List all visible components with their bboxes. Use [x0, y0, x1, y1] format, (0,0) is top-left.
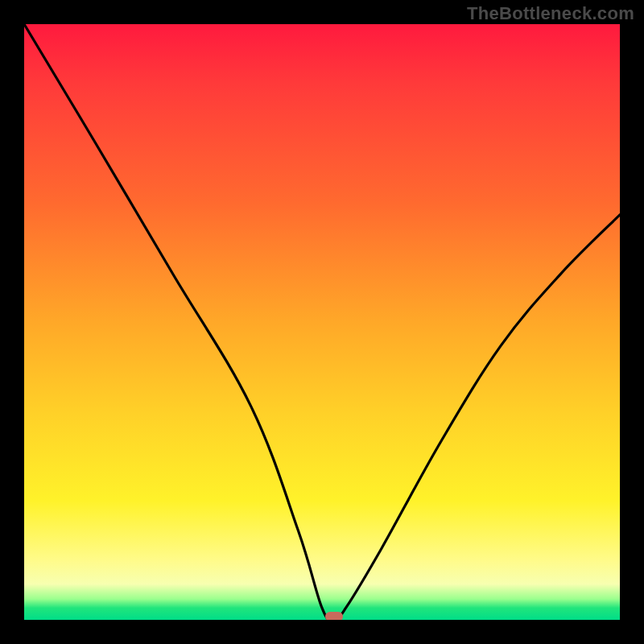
chart-frame: TheBottleneck.com — [0, 0, 644, 644]
watermark-text: TheBottleneck.com — [467, 3, 634, 24]
minimum-marker — [325, 612, 343, 620]
plot-area — [24, 24, 620, 620]
bottleneck-curve — [24, 24, 620, 620]
